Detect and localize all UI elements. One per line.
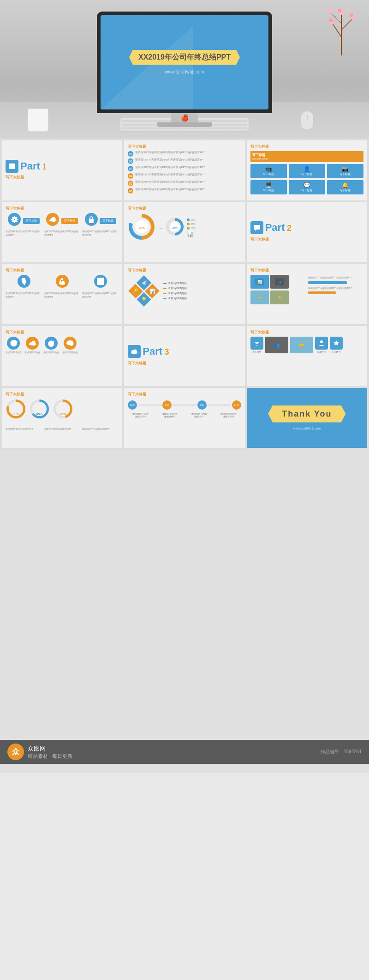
top-icon-3: 点击PPT xyxy=(330,337,343,353)
tl-line-1 xyxy=(138,405,161,405)
info-box-4: 🖥️ 写下标题 xyxy=(250,180,287,194)
icon4-1: 🎯 请填写PPT内容 xyxy=(6,337,22,355)
line-orange-2 xyxy=(163,293,167,294)
svg-point-32 xyxy=(320,340,323,343)
icon3b-text-3: 请填写PPT内容请填写PPT内容请填写PPT xyxy=(82,292,119,299)
monitor-wrapper: XX2019年公司年终总结PPT www.公司网址.com 🍎 xyxy=(97,12,272,127)
cloud-icon-box xyxy=(128,345,141,358)
gear-icon: ⚙️ xyxy=(11,216,18,223)
slide8-title: 写下大标题 xyxy=(128,268,241,273)
numbered-list: 01 请填写PPT内容请填写PPT内容请填写PPT内容请填写PPT 02 请填写… xyxy=(128,151,241,194)
slide3-title: 写下大标题 xyxy=(250,144,363,149)
slide-info-grid: 写下大标题 写下标题 请填写PPT内容 📺 写下标题 👤 写下标题 📷 写下标题… xyxy=(247,140,367,200)
top-icon-1: 点击PPT xyxy=(250,337,263,353)
tl-desc-4: 请填写PPT内容请填写PPT xyxy=(216,412,241,418)
slide-thankyou: Thank You www.公司网址.com xyxy=(247,388,367,448)
screen-url: www.公司网址.com xyxy=(129,69,240,75)
num-badge-06: 06 xyxy=(128,188,133,194)
icon4-text-2: 请填写PPT内容 xyxy=(24,351,41,355)
pct-row: 80% 65% 45% xyxy=(6,399,119,424)
slide-diamond: 写下大标题 🕊️ 📊 🔑 💡 xyxy=(124,264,244,324)
wifi-box xyxy=(250,337,263,350)
brand-slogan: 精品素材 · 每日更新 xyxy=(28,753,72,760)
svg-point-7 xyxy=(350,13,353,17)
mic-icon: 🎙️ xyxy=(20,278,28,285)
slide4-title: 写下大标题 xyxy=(6,206,119,211)
part1-label: Part 1 xyxy=(20,160,47,172)
brand-name: 众图网 xyxy=(28,744,72,753)
thankyou-url: www.公司网址.com xyxy=(293,426,321,431)
icon4-text-4: 请填写PPT内容 xyxy=(62,351,78,355)
tl-node-2: 时间 xyxy=(162,400,172,410)
apple-logo: 🍎 xyxy=(181,114,189,121)
photo-3: 🤝 xyxy=(250,290,269,304)
slide-part3: Part 3 写下大标题 xyxy=(124,326,244,386)
list-item: 03 请填写PPT内容请填写PPT内容请填写PPT内容请填写PPT xyxy=(128,166,241,171)
list-text-5: 请填写PPT内容请填写PPT内容请填写PPT内容请填写PPT xyxy=(135,181,205,186)
target-icon: 🎯 xyxy=(10,339,18,347)
label-row: 23% xyxy=(187,223,195,225)
cloud2-circle: ☁️ xyxy=(26,337,39,350)
svg-point-11 xyxy=(342,9,345,12)
icons3b-text: 请填写PPT内容请填写PPT内容请填写PPT 请填写PPT内容请填写PPT内容请… xyxy=(6,290,119,299)
diamond-text-1: 请填写PPT内容 xyxy=(168,282,187,285)
num-badge-04: 04 xyxy=(128,173,133,179)
info-box-6: 🔔 写下标题 xyxy=(327,180,363,194)
photo-col: 📊 👥 🤝 🏆 xyxy=(250,275,306,304)
svg-rect-19 xyxy=(254,225,260,230)
star-box xyxy=(330,337,343,350)
photo-row-1: 📊 👥 xyxy=(250,275,306,289)
big-donut: 28% xyxy=(128,213,155,242)
photo-icon-2: 🤝 xyxy=(299,343,304,348)
icon3b-text-1: 请填写PPT内容请填写PPT内容请填写PPT xyxy=(6,292,42,299)
list-item: 01 请填写PPT内容请填写PPT内容请填写PPT内容请填写PPT xyxy=(128,151,241,157)
diamond-wrapper: 🕊️ 📊 🔑 💡 xyxy=(128,275,160,307)
cloud-icon-circle: ☁️ xyxy=(46,213,59,226)
tl-desc-3: 请填写PPT内容请填写PPT xyxy=(187,412,212,418)
tl-text-3: 时间 xyxy=(200,404,204,406)
num-badge-05: 05 xyxy=(128,181,133,186)
bar-col: 请填写PPT内容请填写PPT内容请填写PPT 请填写PPT内容请填写PPT内容请… xyxy=(308,275,363,304)
small-donut: 21% xyxy=(166,218,184,238)
watermark-bar: 众 众图网 精品素材 · 每日更新 作品编号：1592261 xyxy=(0,740,369,764)
bar-2 xyxy=(308,291,336,294)
box-label-1: 写下标题 xyxy=(252,172,285,176)
list-text-3: 请填写PPT内容请填写PPT内容请填写PPT内容请填写PPT xyxy=(135,166,205,171)
label-23pct: 23% xyxy=(190,223,195,225)
mic-circle: 🎙️ xyxy=(18,275,30,288)
diamond-text-4: 请填写PPT内容 xyxy=(168,297,187,300)
icon-col-1: ⚙️ 写下标题 xyxy=(6,213,42,226)
watermark-logo: 众 众图网 精品素材 · 每日更新 xyxy=(7,744,72,760)
list-item: 05 请填写PPT内容请填写PPT内容请填写PPT内容请填写PPT xyxy=(128,181,241,186)
num-badge-02: 02 xyxy=(128,158,133,164)
svg-marker-33 xyxy=(333,340,339,345)
list-text-2: 请填写PPT内容请填写PPT内容请填写PPT内容请填写PPT xyxy=(135,158,205,164)
icon4-text-1: 请填写PPT内容 xyxy=(6,351,22,355)
cloud2-icon: ☁️ xyxy=(29,339,36,347)
slide12-title: 写下大标题 xyxy=(250,330,363,335)
tl-line-3 xyxy=(208,405,231,405)
slide13-title: 写下大标题 xyxy=(6,392,119,397)
label-row: 📊 xyxy=(187,231,195,237)
slide7-title: 写下大标题 xyxy=(6,268,119,273)
flower-decoration xyxy=(323,0,360,55)
icon-text-2: 请填写PPT内容请填写PPT内容请填写PPT xyxy=(44,230,80,237)
svg-point-31 xyxy=(134,349,137,352)
pct-text-2: 请填写PPT内容请填写PPT xyxy=(44,428,80,431)
top-icon-label-2: 点击PPT xyxy=(317,351,326,353)
svg-text:🤝: 🤝 xyxy=(258,296,262,300)
part3-label: Part 3 xyxy=(143,345,169,357)
arrow-right: → xyxy=(158,225,163,230)
photo-1: 📊 xyxy=(250,275,269,289)
icon4-text-3: 请填写PPT内容 xyxy=(43,351,59,355)
info-box-3: 📷 写下标题 xyxy=(327,164,363,178)
watermark-brand-icon: 众 xyxy=(7,744,24,760)
svg-point-8 xyxy=(327,8,332,13)
icon3b-col-2: 💪 xyxy=(44,275,80,288)
line-orange xyxy=(163,288,167,289)
svg-text:📊: 📊 xyxy=(257,279,262,284)
pct-65: 65% xyxy=(29,399,50,424)
list-item: 06 请填写PPT内容请填写PPT内容请填写PPT内容请填写PPT xyxy=(128,188,241,194)
slide10-title: 写下大标题 xyxy=(6,330,119,335)
icon3b-col-1: 🎙️ xyxy=(6,275,42,288)
